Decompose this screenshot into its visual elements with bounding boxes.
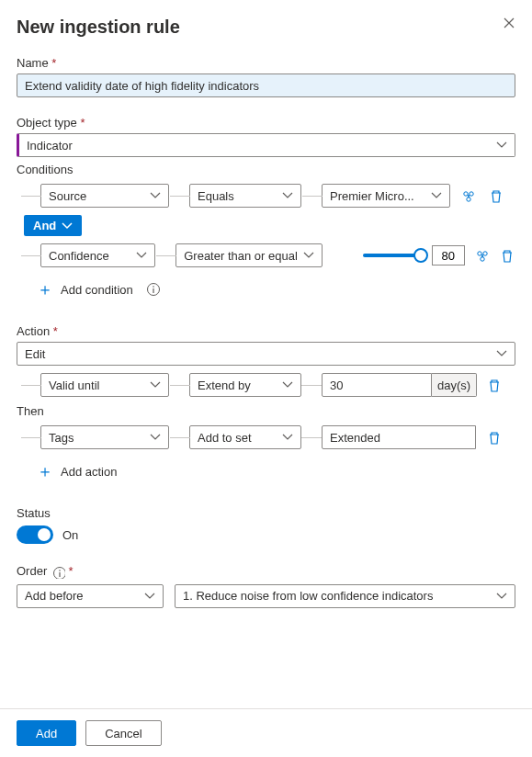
delete-action-button[interactable]: [485, 376, 504, 394]
conditions-label: Conditions: [17, 163, 515, 176]
status-toggle[interactable]: [17, 525, 53, 544]
group-condition-button[interactable]: [474, 246, 491, 265]
object-type-select[interactable]: Indicator: [17, 133, 515, 157]
close-icon: [503, 17, 515, 29]
trash-icon: [500, 248, 515, 263]
action-value-input[interactable]: [322, 425, 476, 449]
action-value-unit: day(s): [432, 373, 477, 397]
action-value-input[interactable]: [322, 373, 432, 397]
close-button[interactable]: [503, 17, 515, 29]
condition-field-select[interactable]: Source: [40, 184, 169, 208]
status-value: On: [62, 528, 78, 542]
name-label: Name: [17, 56, 515, 70]
order-position-select[interactable]: Add before: [17, 584, 164, 608]
confidence-slider[interactable]: [363, 254, 423, 257]
order-reference-select[interactable]: 1. Reduce noise from low confidence indi…: [175, 584, 515, 608]
action-type-select[interactable]: Edit: [17, 342, 515, 366]
chevron-down-icon: [62, 222, 73, 230]
trash-icon: [489, 188, 504, 203]
status-label: Status: [17, 506, 515, 520]
action-op-select[interactable]: Extend by: [189, 373, 301, 397]
chevron-down-icon: [150, 434, 161, 441]
chevron-down-icon: [282, 434, 293, 441]
add-button[interactable]: Add: [17, 720, 76, 746]
condition-operator-toggle[interactable]: And: [24, 215, 82, 236]
chevron-down-icon: [150, 381, 161, 389]
condition-field-select[interactable]: Confidence: [40, 243, 155, 267]
info-icon: [146, 282, 161, 297]
action-field-select[interactable]: Valid until: [40, 373, 169, 397]
chevron-down-icon: [303, 252, 314, 259]
object-type-label: Object type: [17, 116, 515, 130]
cancel-button[interactable]: Cancel: [85, 720, 161, 746]
confidence-value-input[interactable]: [432, 245, 465, 266]
group-icon: [461, 188, 476, 203]
add-action-button[interactable]: ＋ Add action: [37, 460, 515, 482]
trash-icon: [487, 378, 502, 392]
chevron-down-icon: [144, 593, 155, 600]
condition-value-select[interactable]: Premier Micro...: [322, 184, 450, 208]
add-condition-button[interactable]: ＋ Add condition: [37, 278, 515, 300]
action-field-select[interactable]: Tags: [40, 425, 169, 449]
delete-condition-button[interactable]: [499, 246, 515, 265]
chevron-down-icon: [282, 381, 293, 389]
chevron-down-icon: [431, 192, 442, 199]
chevron-down-icon: [496, 141, 507, 149]
chevron-down-icon: [496, 593, 507, 600]
delete-condition-button[interactable]: [487, 186, 505, 205]
plus-icon: ＋: [37, 460, 53, 482]
chevron-down-icon: [282, 192, 293, 199]
order-label: Order: [17, 564, 515, 579]
plus-icon: ＋: [37, 278, 53, 300]
object-type-value: Indicator: [27, 139, 491, 153]
condition-op-select[interactable]: Greater than or equal: [175, 243, 323, 267]
group-condition-button[interactable]: [459, 186, 478, 205]
then-label: Then: [17, 404, 515, 418]
action-op-select[interactable]: Add to set: [189, 425, 301, 449]
chevron-down-icon: [496, 350, 507, 357]
chevron-down-icon: [136, 252, 147, 259]
action-label: Action: [17, 324, 515, 338]
panel-title: New ingestion rule: [17, 17, 180, 38]
condition-op-select[interactable]: Equals: [189, 184, 301, 208]
chevron-down-icon: [150, 192, 161, 199]
name-input[interactable]: [17, 73, 515, 97]
trash-icon: [487, 430, 502, 445]
delete-action-button[interactable]: [485, 428, 504, 446]
info-icon: [52, 566, 65, 579]
group-icon: [475, 248, 490, 263]
